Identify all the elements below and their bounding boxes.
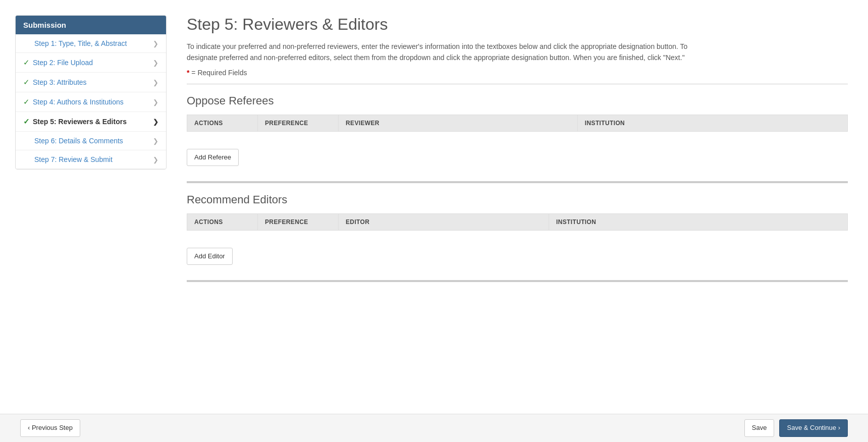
chevron-right-icon: ❯ (153, 156, 158, 163)
sidebar: Submission Step 1: Type, Title, & Abstra… (15, 15, 167, 170)
sidebar-item-step7[interactable]: Step 7: Review & Submit❯ (16, 150, 166, 169)
column-header: PREFERENCE (258, 115, 339, 131)
checkmark-icon: ✓ (23, 58, 30, 67)
sidebar-item-label: Step 2: File Upload (33, 59, 93, 67)
sidebar-item-step5[interactable]: ✓Step 5: Reviewers & Editors❯ (16, 112, 166, 132)
top-divider (187, 84, 848, 84)
column-header: EDITOR (339, 213, 549, 230)
main-content: Step 5: Reviewers & Editors To indicate … (167, 0, 868, 442)
recommend-editors-title: Recommend Editors (187, 193, 848, 206)
add-editor-button[interactable]: Add Editor (187, 248, 233, 265)
required-star: * (187, 69, 189, 77)
chevron-right-icon: ❯ (153, 137, 158, 145)
sidebar-item-label: Step 5: Reviewers & Editors (33, 118, 127, 126)
save-button[interactable]: Save (744, 419, 775, 436)
sidebar-item-label: Step 4: Authors & Institutions (33, 98, 124, 106)
checkmark-icon: ✓ (23, 117, 30, 126)
middle-divider (187, 181, 848, 183)
sidebar-header: Submission (16, 16, 166, 34)
chevron-right-icon: ❯ (153, 59, 158, 67)
description-text: To indicate your preferred and non-prefe… (187, 41, 717, 64)
checkmark-icon: ✓ (23, 97, 30, 106)
column-header: PREFERENCE (258, 213, 339, 230)
previous-step-button[interactable]: ‹ Previous Step (20, 419, 80, 436)
page-title: Step 5: Reviewers & Editors (187, 15, 848, 34)
sidebar-item-label: Step 1: Type, Title, & Abstract (34, 39, 127, 47)
column-header: REVIEWER (339, 115, 578, 131)
sidebar-item-step3[interactable]: ✓Step 3: Attributes❯ (16, 73, 166, 92)
sidebar-item-step6[interactable]: Step 6: Details & Comments❯ (16, 132, 166, 150)
sidebar-item-step4[interactable]: ✓Step 4: Authors & Institutions❯ (16, 92, 166, 112)
save-continue-button[interactable]: Save & Continue › (779, 419, 848, 436)
oppose-referees-title: Oppose Referees (187, 94, 848, 107)
footer-bar: ‹ Previous Step Save Save & Continue › (0, 414, 868, 442)
sidebar-item-label: Step 6: Details & Comments (34, 137, 123, 145)
column-header: INSTITUTION (577, 115, 847, 131)
column-header: ACTIONS (187, 115, 258, 131)
table-row (187, 131, 848, 142)
checkmark-icon: ✓ (23, 78, 30, 87)
chevron-right-icon: ❯ (153, 40, 158, 47)
sidebar-item-step2[interactable]: ✓Step 2: File Upload❯ (16, 53, 166, 73)
table-row (187, 230, 848, 241)
footer-right: Save Save & Continue › (744, 419, 848, 436)
chevron-right-icon: ❯ (153, 118, 158, 126)
column-header: INSTITUTION (549, 213, 847, 230)
sidebar-item-label: Step 7: Review & Submit (34, 155, 113, 163)
recommend-editors-table: ACTIONSPREFERENCEEDITORINSTITUTION (187, 213, 848, 241)
chevron-right-icon: ❯ (153, 79, 158, 86)
add-referee-button[interactable]: Add Referee (187, 149, 239, 166)
chevron-right-icon: ❯ (153, 98, 158, 106)
sidebar-item-label: Step 3: Attributes (33, 78, 87, 86)
sidebar-item-step1[interactable]: Step 1: Type, Title, & Abstract❯ (16, 34, 166, 53)
bottom-divider (187, 280, 848, 282)
oppose-referees-table: ACTIONSPREFERENCEREVIEWERINSTITUTION (187, 115, 848, 142)
column-header: ACTIONS (187, 213, 258, 230)
required-note: * = Required Fields (187, 69, 848, 77)
required-note-text: = Required Fields (191, 69, 247, 77)
